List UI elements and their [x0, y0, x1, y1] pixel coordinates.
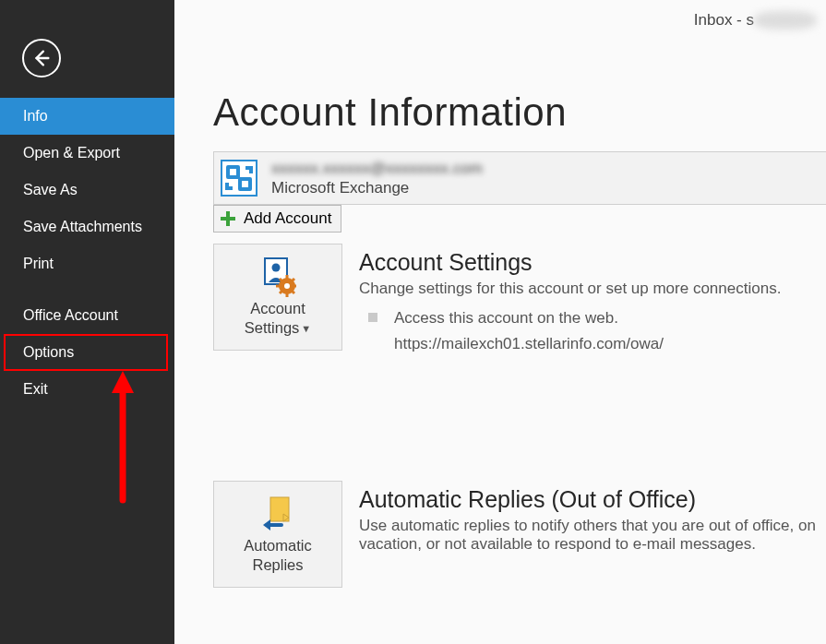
title-prefix: Inbox - s — [694, 11, 754, 29]
account-settings-section: Account Settings▼ Account Settings Chang… — [213, 244, 826, 357]
automatic-replies-tile-label: Automatic Replies — [244, 536, 311, 574]
nav-options[interactable]: Options — [0, 334, 174, 371]
automatic-replies-section: Automatic Replies Automatic Replies (Out… — [213, 481, 826, 588]
nav-info[interactable]: Info — [0, 98, 174, 135]
bullet-icon — [368, 313, 377, 322]
add-account-label: Add Account — [244, 209, 331, 228]
window-title: Inbox - sxxxxxxxx — [174, 0, 826, 37]
automatic-replies-icon — [259, 494, 296, 534]
back-arrow-icon — [31, 48, 52, 68]
main-panel: Inbox - sxxxxxxxx Account Information xx… — [174, 0, 826, 644]
backstage-sidebar: Info Open & Export Save As Save Attachme… — [0, 0, 174, 644]
account-type: Microsoft Exchange — [271, 178, 483, 197]
svg-line-17 — [293, 279, 295, 281]
nav-office-account[interactable]: Office Account — [0, 297, 174, 334]
page-title: Account Information — [213, 90, 826, 135]
title-blurred: xxxxxxxx — [754, 11, 817, 30]
automatic-replies-title: Automatic Replies (Out of Office) — [359, 486, 826, 513]
account-settings-icon — [259, 256, 296, 297]
svg-marker-21 — [263, 519, 270, 531]
nav-save-as[interactable]: Save As — [0, 172, 174, 209]
svg-rect-6 — [221, 217, 235, 221]
automatic-replies-tile[interactable]: Automatic Replies — [213, 481, 342, 588]
account-email: xxxxxx.xxxxxx@xxxxxxxx.com — [271, 159, 483, 178]
account-settings-title: Account Settings — [359, 249, 781, 276]
svg-line-15 — [280, 279, 282, 281]
account-settings-desc: Change settings for this account or set … — [359, 280, 781, 298]
add-account-button[interactable]: Add Account — [213, 205, 341, 233]
automatic-replies-desc: Use automatic replies to notify others t… — [359, 517, 826, 554]
nav-save-attachments[interactable]: Save Attachments — [0, 209, 174, 245]
nav-list: Info Open & Export Save As Save Attachme… — [0, 98, 174, 408]
svg-point-8 — [272, 264, 281, 272]
owa-link[interactable]: Access this account on the web. https://… — [394, 305, 664, 357]
account-selector[interactable]: xxxxxx.xxxxxx@xxxxxxxx.com Microsoft Exc… — [213, 151, 826, 205]
nav-open-export[interactable]: Open & Export — [0, 135, 174, 172]
nav-print[interactable]: Print — [0, 245, 174, 282]
exchange-icon — [220, 159, 258, 197]
account-settings-tile-label: Account Settings▼ — [245, 299, 312, 337]
back-button[interactable] — [22, 39, 61, 78]
plus-icon — [220, 210, 236, 227]
svg-line-18 — [280, 292, 282, 294]
svg-point-10 — [284, 283, 290, 289]
account-settings-tile[interactable]: Account Settings▼ — [213, 244, 342, 351]
svg-line-16 — [293, 292, 295, 294]
dropdown-caret-icon: ▼ — [301, 323, 311, 336]
nav-exit[interactable]: Exit — [0, 371, 174, 408]
account-email-suffix: .com — [449, 160, 483, 177]
